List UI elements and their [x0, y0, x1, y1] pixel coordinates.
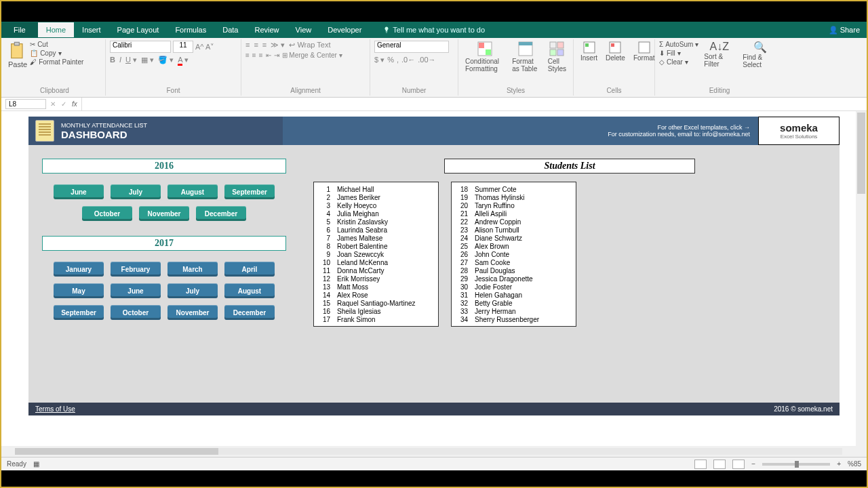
zoom-out[interactable]: −: [751, 460, 755, 468]
macro-icon[interactable]: ▦: [33, 460, 39, 468]
bold-button[interactable]: B: [110, 56, 115, 64]
name-box[interactable]: L8: [5, 99, 46, 109]
copy-button[interactable]: 📋 Copy ▾: [30, 49, 83, 57]
month-december[interactable]: December: [196, 206, 246, 221]
student-row: 31Helen Gahagan: [457, 291, 570, 299]
comma-button[interactable]: ,: [397, 56, 399, 64]
font-name-select[interactable]: Calibri: [110, 41, 171, 53]
ribbon: Paste ✂ Cut 📋 Copy ▾ 🖌 Format Painter Cl…: [1, 38, 867, 98]
dec-decimal[interactable]: .00→: [418, 56, 435, 64]
svg-rect-4: [486, 49, 491, 55]
border-button[interactable]: ▦ ▾: [141, 56, 154, 64]
align-top[interactable]: ≡: [245, 41, 250, 49]
number-format-select[interactable]: General: [374, 41, 449, 53]
zoom-slider[interactable]: [762, 463, 830, 466]
indent-dec[interactable]: ⇤: [266, 52, 271, 59]
svg-rect-9: [550, 49, 556, 56]
tab-page-layout[interactable]: Page Layout: [109, 22, 167, 37]
format-as-table[interactable]: Format as Table: [509, 41, 542, 73]
worksheet[interactable]: MONTHLY ATTENDANCE LIST DASHBOARD For ot…: [1, 111, 867, 457]
wrap-text[interactable]: ↩ Wrap Text: [289, 41, 330, 49]
tab-insert[interactable]: Insert: [74, 22, 109, 37]
group-cells: Cells: [578, 85, 650, 94]
cells-delete[interactable]: Delete: [603, 41, 628, 62]
share-button[interactable]: 👤 Share: [829, 26, 860, 35]
align-right[interactable]: ≡: [259, 52, 263, 59]
font-color-button[interactable]: A ▾: [178, 56, 189, 64]
student-row: 17Frank Simon: [319, 315, 433, 323]
scrollbar-horizontal[interactable]: [1, 446, 856, 457]
zoom-in[interactable]: +: [837, 460, 841, 468]
month-december[interactable]: December: [224, 305, 275, 320]
underline-button[interactable]: U ▾: [125, 56, 137, 64]
format-painter-button[interactable]: 🖌 Format Painter: [30, 58, 83, 66]
currency-button[interactable]: $ ▾: [374, 56, 384, 64]
autosum-button[interactable]: Σ AutoSum ▾: [659, 41, 698, 48]
student-row: 8Robert Balentine: [319, 242, 433, 250]
align-center[interactable]: ≡: [252, 52, 256, 59]
month-november[interactable]: November: [167, 305, 218, 320]
fill-button[interactable]: ⬇ Fill ▾: [659, 49, 698, 57]
fill-color-button[interactable]: 🪣 ▾: [158, 56, 174, 64]
banner-line1: For other Excel templates, click →: [657, 124, 750, 131]
month-april[interactable]: April: [224, 262, 275, 277]
italic-button[interactable]: I: [119, 56, 121, 64]
cut-button[interactable]: ✂ Cut: [30, 41, 83, 48]
month-september[interactable]: September: [54, 305, 104, 320]
tab-view[interactable]: View: [288, 22, 320, 37]
view-page-layout[interactable]: [713, 460, 726, 469]
cancel-icon[interactable]: ✕: [50, 100, 56, 108]
month-november[interactable]: November: [139, 206, 189, 221]
view-normal[interactable]: [694, 460, 707, 469]
student-row: 27Sam Cooke: [457, 258, 570, 266]
inc-decimal[interactable]: .0←: [401, 56, 415, 64]
svg-rect-12: [585, 43, 589, 47]
month-june[interactable]: June: [111, 283, 161, 298]
sort-filter[interactable]: A↓ZSort & Filter: [701, 41, 737, 68]
student-row: 19Thomas Hylinski: [457, 193, 570, 201]
month-may[interactable]: May: [54, 283, 104, 298]
tab-file[interactable]: File: [1, 22, 38, 37]
terms-link[interactable]: Terms of Use: [35, 405, 75, 413]
student-row: 4Julia Meighan: [319, 209, 433, 218]
student-row: 33Jerry Herman: [457, 307, 570, 315]
tab-review[interactable]: Review: [246, 22, 287, 37]
month-july[interactable]: July: [111, 184, 161, 199]
cells-insert[interactable]: Insert: [578, 41, 600, 62]
percent-button[interactable]: %: [387, 56, 394, 64]
month-october[interactable]: October: [82, 206, 132, 221]
tab-home[interactable]: Home: [38, 22, 74, 37]
find-select[interactable]: 🔍Find & Select: [740, 41, 780, 68]
tab-developer[interactable]: Developer: [319, 22, 370, 37]
align-middle[interactable]: ≡: [254, 41, 258, 49]
year-2017-label: 2017: [42, 236, 286, 251]
tell-me[interactable]: Tell me what you want to do: [383, 26, 485, 34]
tab-formulas[interactable]: Formulas: [167, 22, 214, 37]
month-june[interactable]: June: [54, 184, 104, 199]
fx-icon[interactable]: fx: [72, 100, 77, 108]
merge-center[interactable]: ⊞ Merge & Center ▾: [282, 52, 342, 59]
month-march[interactable]: March: [167, 262, 218, 277]
month-august[interactable]: August: [224, 283, 275, 298]
cell-styles[interactable]: Cell Styles: [545, 41, 569, 73]
zoom-level[interactable]: %85: [848, 460, 861, 468]
month-october[interactable]: October: [111, 305, 161, 320]
align-bottom[interactable]: ≡: [262, 41, 267, 49]
clear-button[interactable]: ◇ Clear ▾: [659, 58, 698, 66]
cells-format[interactable]: Format: [631, 41, 658, 62]
paste-button[interactable]: Paste: [8, 41, 27, 68]
conditional-formatting[interactable]: Conditional Formatting: [462, 41, 507, 73]
indent-inc[interactable]: ⇥: [274, 52, 279, 59]
month-january[interactable]: January: [54, 262, 104, 277]
view-page-break[interactable]: [732, 460, 745, 469]
align-left[interactable]: ≡: [245, 52, 250, 59]
enter-icon[interactable]: ✓: [61, 100, 66, 108]
font-size-select[interactable]: 11: [173, 41, 193, 53]
scrollbar-vertical[interactable]: [856, 111, 867, 457]
month-august[interactable]: August: [167, 184, 218, 199]
month-july[interactable]: July: [167, 283, 218, 298]
month-september[interactable]: September: [224, 184, 275, 199]
group-number: Number: [374, 85, 454, 94]
tab-data[interactable]: Data: [214, 22, 246, 37]
month-february[interactable]: February: [111, 262, 161, 277]
